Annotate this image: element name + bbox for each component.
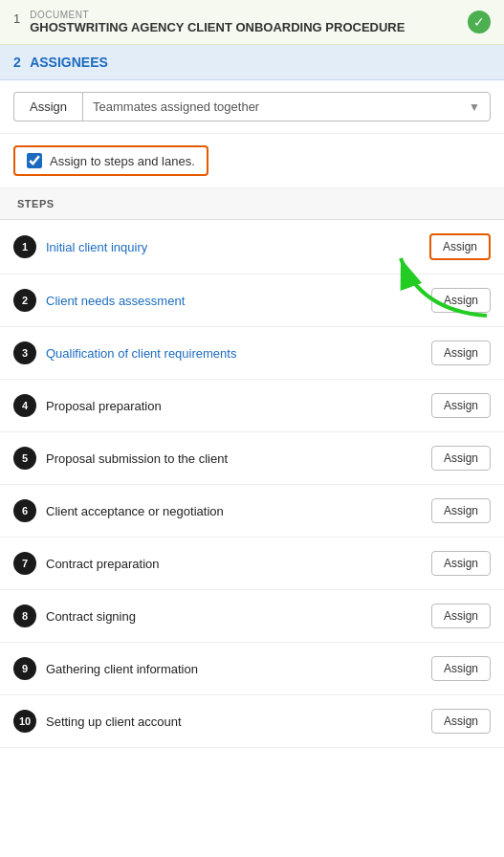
steps-header: STEPS xyxy=(0,188,504,220)
assign-main-button[interactable]: Assign xyxy=(13,92,82,121)
table-row: 5Proposal submission to the clientAssign xyxy=(0,432,504,485)
assign-steps-label: Assign to steps and lanes. xyxy=(50,154,195,168)
step-name: Proposal preparation xyxy=(46,399,422,413)
step-name: Client needs assessment xyxy=(46,294,422,308)
step-number-badge: 4 xyxy=(13,394,36,417)
document-number: 1 xyxy=(13,10,20,26)
steps-section: STEPS 1Initial client inquiryAssign2Clie… xyxy=(0,188,504,748)
table-row: 9Gathering client informationAssign xyxy=(0,643,504,695)
step-number-badge: 8 xyxy=(13,604,36,627)
table-row: 8Contract signingAssign xyxy=(0,590,504,643)
assign-step-button[interactable]: Assign xyxy=(431,498,491,523)
table-row: 1Initial client inquiryAssign xyxy=(0,220,504,275)
table-row: 6Client acceptance or negotiationAssign xyxy=(0,485,504,538)
document-title: GHOSTWRITING AGENCY CLIENT ONBOARDING PR… xyxy=(30,20,405,34)
table-row: 10Setting up client accountAssign xyxy=(0,695,504,748)
step-number-badge: 9 xyxy=(13,657,36,680)
assign-step-button[interactable]: Assign xyxy=(431,709,491,734)
dropdown-text: Teammates assigned together xyxy=(93,99,259,114)
check-icon: ✓ xyxy=(468,11,491,33)
assign-step-button[interactable]: Assign xyxy=(431,656,491,681)
table-row: 3Qualification of client requirementsAss… xyxy=(0,327,504,380)
assign-toolbar: Assign Teammates assigned together ▼ xyxy=(0,80,504,134)
step-number-badge: 2 xyxy=(13,289,36,312)
step-name: Contract signing xyxy=(46,609,422,624)
document-header: 1 DOCUMENT GHOSTWRITING AGENCY CLIENT ON… xyxy=(0,0,504,45)
table-row: 4Proposal preparationAssign xyxy=(0,380,504,432)
step-number-badge: 6 xyxy=(13,499,36,522)
section-number: 2 xyxy=(13,55,21,70)
assign-step-button[interactable]: Assign xyxy=(431,288,491,313)
assign-steps-checkbox[interactable] xyxy=(27,153,42,168)
step-name: Proposal submission to the client xyxy=(46,451,422,466)
document-label: DOCUMENT xyxy=(30,10,405,20)
step-name: Gathering client information xyxy=(46,662,422,676)
table-row: 2Client needs assessmentAssign xyxy=(0,275,504,327)
step-number-badge: 7 xyxy=(13,552,36,575)
table-row: 7Contract preparationAssign xyxy=(0,538,504,590)
assign-steps-box: Assign to steps and lanes. xyxy=(13,145,208,176)
step-number-badge: 3 xyxy=(13,341,36,364)
assign-steps-area: Assign to steps and lanes. xyxy=(0,134,504,188)
teammates-dropdown[interactable]: Teammates assigned together ▼ xyxy=(82,92,491,121)
step-name: Contract preparation xyxy=(46,557,422,571)
assign-step-button[interactable]: Assign xyxy=(431,446,491,471)
step-name: Qualification of client requirements xyxy=(46,346,422,361)
assign-step-button[interactable]: Assign xyxy=(429,233,491,260)
section-label: ASSIGNEES xyxy=(30,55,108,70)
step-name: Setting up client account xyxy=(46,714,422,729)
step-number-badge: 10 xyxy=(13,710,36,733)
step-number-badge: 5 xyxy=(13,447,36,470)
step-number-badge: 1 xyxy=(13,235,36,258)
chevron-down-icon: ▼ xyxy=(469,100,480,114)
assignees-header: 2 ASSIGNEES xyxy=(0,45,504,80)
step-name: Initial client inquiry xyxy=(46,240,420,254)
steps-list: 1Initial client inquiryAssign2Client nee… xyxy=(0,220,504,748)
assign-step-button[interactable]: Assign xyxy=(431,393,491,418)
assign-step-button[interactable]: Assign xyxy=(431,604,491,628)
assign-step-button[interactable]: Assign xyxy=(431,551,491,576)
step-name: Client acceptance or negotiation xyxy=(46,504,422,518)
assign-step-button[interactable]: Assign xyxy=(431,341,491,365)
